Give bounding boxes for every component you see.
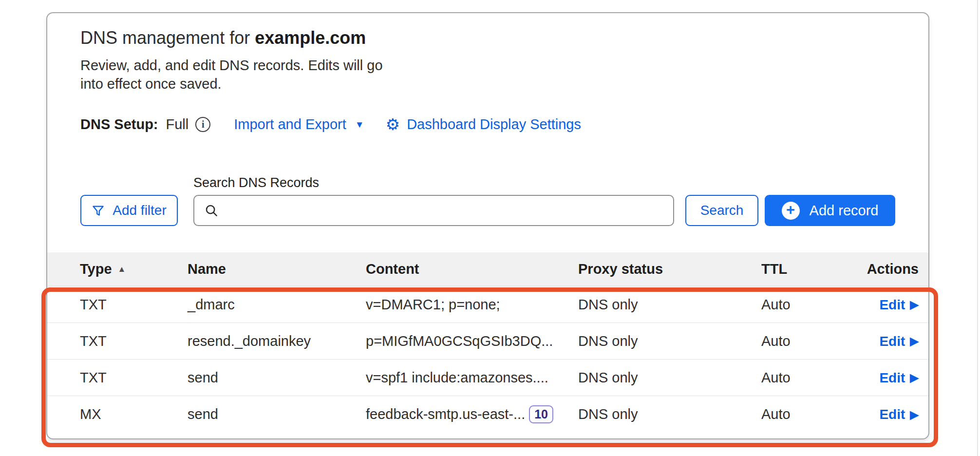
dns-setup-label: DNS Setup:	[80, 116, 158, 133]
chevron-right-icon: ▶	[910, 372, 919, 383]
record-type: MX	[80, 406, 188, 422]
chevron-down-icon: ▼	[355, 120, 364, 129]
add-record-label: Add record	[810, 203, 879, 219]
record-actions: Edit▶	[879, 370, 928, 386]
dashboard-display-settings-label: Dashboard Display Settings	[407, 116, 581, 133]
record-content-text: feedback-smtp.us-east-...	[366, 406, 525, 422]
record-actions: Edit▶	[879, 333, 928, 349]
table-row: TXT send v=spf1 include:amazonses.... DN…	[47, 360, 928, 396]
page-title: DNS management for example.com	[80, 27, 928, 49]
edit-record-link[interactable]: Edit▶	[879, 297, 919, 313]
record-name: send	[188, 370, 366, 386]
column-header-actions: Actions	[867, 261, 928, 277]
edit-label: Edit	[879, 370, 905, 386]
record-name: resend._domainkey	[188, 333, 366, 349]
page-divider-line	[977, 0, 978, 456]
page-title-prefix: DNS management for	[80, 28, 255, 48]
record-actions: Edit▶	[879, 297, 928, 313]
domain-name: example.com	[255, 28, 366, 48]
chevron-right-icon: ▶	[910, 299, 919, 310]
column-header-proxy-status: Proxy status	[578, 261, 761, 277]
record-ttl: Auto	[761, 370, 856, 386]
chevron-right-icon: ▶	[910, 336, 919, 347]
chevron-right-icon: ▶	[910, 409, 919, 420]
import-export-link[interactable]: Import and Export▼	[234, 116, 364, 133]
dashboard-display-settings-link[interactable]: ⚙Dashboard Display Settings	[386, 116, 581, 133]
column-header-ttl: TTL	[761, 261, 856, 277]
table-header-row: Type ▲ Name Content Proxy status TTL Act…	[47, 252, 928, 286]
search-input[interactable]	[226, 202, 663, 219]
search-input-wrapper	[193, 195, 674, 226]
column-header-type[interactable]: Type ▲	[80, 261, 188, 277]
edit-record-link[interactable]: Edit▶	[879, 334, 919, 349]
add-record-button[interactable]: + Add record	[765, 195, 895, 226]
edit-record-link[interactable]: Edit▶	[879, 407, 919, 422]
search-dns-records-label: Search DNS Records	[193, 175, 928, 190]
add-filter-button[interactable]: Add filter	[80, 195, 178, 226]
add-filter-label: Add filter	[113, 203, 167, 218]
record-proxy-status: DNS only	[578, 406, 761, 422]
dns-management-card: DNS management for example.com Review, a…	[46, 12, 929, 439]
record-ttl: Auto	[761, 297, 856, 313]
mx-priority-badge: 10	[529, 405, 553, 423]
table-row: TXT resend._domainkey p=MIGfMA0GCSqGSIb3…	[47, 323, 928, 360]
record-actions: Edit▶	[879, 406, 928, 422]
column-header-name: Name	[188, 261, 366, 277]
edit-label: Edit	[879, 297, 905, 313]
edit-label: Edit	[879, 407, 905, 422]
table-row: TXT _dmarc v=DMARC1; p=none; DNS only Au…	[47, 286, 928, 323]
column-header-content: Content	[366, 261, 578, 277]
record-content: v=spf1 include:amazonses....	[366, 370, 578, 386]
record-name: send	[188, 406, 366, 422]
toolbar: Add filter Search + Add record	[80, 195, 895, 226]
dns-setup-value: Full	[166, 116, 189, 133]
search-button[interactable]: Search	[685, 195, 758, 226]
table-row: MX send feedback-smtp.us-east-... 10 DNS…	[47, 396, 928, 433]
record-type: TXT	[80, 297, 188, 313]
record-type: TXT	[80, 333, 188, 349]
dns-setup-row: DNS Setup: Full i Import and Export▼ ⚙Da…	[80, 116, 928, 133]
record-proxy-status: DNS only	[578, 333, 761, 349]
record-content: v=DMARC1; p=none;	[366, 297, 578, 313]
page-description: Review, add, and edit DNS records. Edits…	[80, 56, 395, 93]
record-ttl: Auto	[761, 406, 856, 422]
record-content: p=MIGfMA0GCSqGSIb3DQ...	[366, 333, 578, 349]
dns-records-table: Type ▲ Name Content Proxy status TTL Act…	[47, 252, 928, 433]
info-icon[interactable]: i	[195, 117, 210, 132]
sort-ascending-icon: ▲	[118, 265, 126, 274]
gear-icon: ⚙	[386, 116, 400, 133]
record-proxy-status: DNS only	[578, 370, 761, 386]
filter-icon	[92, 204, 105, 217]
record-type: TXT	[80, 370, 188, 386]
edit-label: Edit	[879, 334, 905, 349]
record-content: feedback-smtp.us-east-... 10	[366, 405, 578, 423]
edit-record-link[interactable]: Edit▶	[879, 370, 919, 386]
import-export-label: Import and Export	[234, 116, 346, 133]
record-ttl: Auto	[761, 333, 856, 349]
plus-icon: +	[782, 202, 800, 220]
record-name: _dmarc	[188, 297, 366, 313]
column-header-type-label: Type	[80, 261, 112, 277]
search-icon	[204, 203, 219, 218]
record-proxy-status: DNS only	[578, 297, 761, 313]
